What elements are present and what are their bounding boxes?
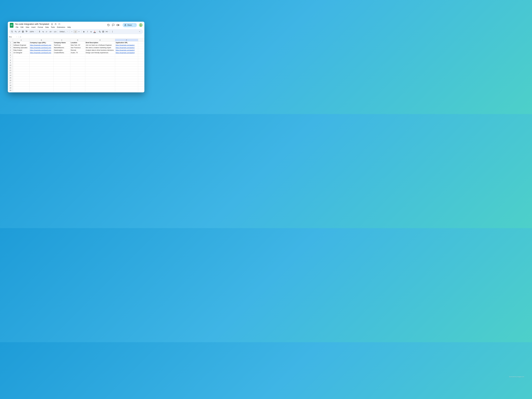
cell[interactable]: CreativeWorks: [53, 51, 70, 54]
cell-link[interactable]: https://example.com/logo2.png: [30, 47, 51, 49]
formula-input[interactable]: [23, 35, 144, 38]
cell[interactable]: [13, 87, 30, 89]
cell[interactable]: [13, 64, 30, 66]
redo-icon[interactable]: [18, 30, 21, 33]
meet-button[interactable]: [117, 24, 121, 26]
cell[interactable]: [85, 59, 115, 62]
move-icon[interactable]: [54, 23, 57, 25]
cell[interactable]: [85, 66, 115, 69]
row-header-16[interactable]: 16: [8, 79, 13, 82]
share-button[interactable]: Share: [123, 23, 134, 27]
cell[interactable]: [13, 79, 30, 82]
cell[interactable]: [70, 87, 85, 89]
cell[interactable]: [138, 62, 145, 64]
cell[interactable]: Location: [70, 41, 85, 44]
cell[interactable]: [53, 54, 70, 57]
cell[interactable]: [53, 89, 70, 92]
cell[interactable]: [53, 59, 70, 62]
row-header-10[interactable]: 10: [8, 64, 13, 66]
cell-link[interactable]: https://example.com/logo1.png: [30, 44, 51, 46]
percent-icon[interactable]: %: [41, 30, 45, 33]
cell[interactable]: [30, 87, 53, 89]
row-header-4[interactable]: 4: [8, 49, 13, 51]
select-all-corner[interactable]: [8, 39, 13, 41]
cell[interactable]: [70, 74, 85, 76]
cell[interactable]: [70, 76, 85, 79]
cell-link[interactable]: https://example.com/logo4.png: [30, 52, 51, 54]
cell[interactable]: DataInsights: [53, 49, 70, 51]
cell[interactable]: [115, 66, 138, 69]
cell[interactable]: [70, 69, 85, 71]
fill-color-icon[interactable]: [98, 30, 101, 33]
cell-link[interactable]: https://example.com/apply3: [116, 49, 134, 51]
cell[interactable]: [115, 57, 138, 59]
cell[interactable]: [115, 74, 138, 76]
cell[interactable]: [30, 57, 53, 59]
cell[interactable]: Austin, TX: [70, 51, 85, 54]
row-header-20[interactable]: 20: [8, 89, 13, 92]
cell[interactable]: [70, 66, 85, 69]
cell[interactable]: UX Designer: [13, 51, 30, 54]
cell[interactable]: [70, 59, 85, 62]
menu-insert[interactable]: Insert: [31, 26, 37, 29]
row-header-18[interactable]: 18: [8, 84, 13, 87]
cell[interactable]: [53, 62, 70, 64]
comment-icon[interactable]: [112, 24, 115, 26]
cell[interactable]: [70, 82, 85, 84]
row-header-5[interactable]: 5: [8, 51, 13, 54]
borders-icon[interactable]: [101, 30, 105, 33]
cell[interactable]: Marketing Specialist: [13, 46, 30, 49]
cell[interactable]: Join our team as a Software Engineer: [85, 44, 115, 46]
cell[interactable]: [30, 89, 53, 92]
cell[interactable]: [85, 84, 115, 87]
cell[interactable]: [138, 74, 145, 76]
cell[interactable]: [138, 64, 145, 66]
menu-tools[interactable]: Tools: [50, 26, 56, 29]
cell[interactable]: [53, 82, 70, 84]
cell[interactable]: [30, 54, 53, 57]
cell[interactable]: [85, 74, 115, 76]
cell[interactable]: [13, 57, 30, 59]
cell[interactable]: https://example.com/apply2: [115, 46, 138, 49]
cell[interactable]: [115, 89, 138, 92]
cell[interactable]: [13, 71, 30, 74]
column-header-D[interactable]: D: [70, 39, 85, 41]
format-number-icon[interactable]: 123: [53, 30, 57, 33]
menu-format[interactable]: Format: [37, 26, 44, 29]
cell[interactable]: [53, 69, 70, 71]
cell[interactable]: [138, 89, 145, 92]
row-header-19[interactable]: 19: [8, 87, 13, 89]
cell[interactable]: [138, 84, 145, 87]
cell[interactable]: [30, 69, 53, 71]
cell[interactable]: [70, 89, 85, 92]
name-box[interactable]: F21: [8, 36, 18, 38]
cell[interactable]: [30, 84, 53, 87]
avatar[interactable]: [139, 23, 143, 27]
cell[interactable]: https://example.com/logo1.png: [30, 44, 53, 46]
cell[interactable]: [53, 74, 70, 76]
cell[interactable]: [30, 74, 53, 76]
cell[interactable]: [85, 87, 115, 89]
increase-decimal-icon[interactable]: .00: [49, 30, 53, 33]
cell[interactable]: [13, 84, 30, 87]
cell[interactable]: https://example.com/logo4.png: [30, 51, 53, 54]
cell[interactable]: [85, 64, 115, 66]
cell-link[interactable]: https://example.com/logo3.png: [30, 49, 51, 51]
cell[interactable]: [85, 76, 115, 79]
cell[interactable]: https://example.com/logo2.png: [30, 46, 53, 49]
cell[interactable]: MarketMavens: [53, 46, 70, 49]
history-icon[interactable]: [107, 24, 110, 26]
cell[interactable]: [115, 79, 138, 82]
cell[interactable]: [138, 49, 145, 51]
cell[interactable]: [13, 82, 30, 84]
cell[interactable]: [70, 62, 85, 64]
decrease-decimal-icon[interactable]: .0: [45, 30, 49, 33]
cell[interactable]: [30, 79, 53, 82]
text-color-icon[interactable]: A: [93, 30, 96, 33]
cell-link[interactable]: https://example.com/apply4: [116, 52, 134, 54]
star-icon[interactable]: [51, 23, 53, 25]
cell[interactable]: [138, 54, 145, 57]
cell[interactable]: [85, 62, 115, 64]
cell[interactable]: Company Name: [53, 41, 70, 44]
cell[interactable]: [85, 69, 115, 71]
